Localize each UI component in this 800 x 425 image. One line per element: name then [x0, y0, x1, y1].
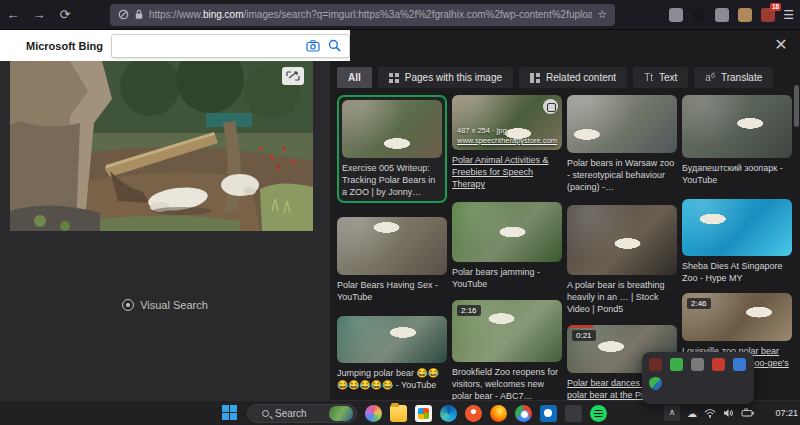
- security-shield-icon[interactable]: [649, 377, 662, 390]
- result-thumbnail[interactable]: 487 x 254 · jpgwww.speechtherapystore.co…: [452, 95, 562, 150]
- visual-search-camera-button[interactable]: [543, 99, 558, 114]
- tray-app-icon[interactable]: [712, 358, 725, 371]
- system-tray: ∧ ☁ 07:21: [664, 401, 800, 425]
- result-thumbnail[interactable]: [342, 100, 442, 158]
- taskbar-center: Search: [222, 401, 607, 425]
- taskbar-search[interactable]: Search: [247, 404, 357, 423]
- scrollbar-thumb[interactable]: [794, 85, 799, 127]
- result-thumbnail[interactable]: [452, 202, 562, 262]
- result-caption[interactable]: Polar bears in Warsaw zoo - stereotypica…: [567, 157, 677, 193]
- search-icon: [262, 410, 269, 417]
- tray-app-icon[interactable]: [691, 358, 704, 371]
- result-thumbnail[interactable]: [682, 199, 792, 256]
- taskbar-apps: [365, 405, 607, 422]
- battery-pen-icon[interactable]: [741, 408, 755, 418]
- chrome-icon[interactable]: [515, 405, 532, 422]
- edge-icon[interactable]: [440, 405, 457, 422]
- source-site[interactable]: www.speechtherapystore.com: [457, 136, 557, 146]
- result-caption[interactable]: Brookfield Zoo reopens for visitors, wel…: [452, 366, 562, 400]
- wifi-icon[interactable]: [704, 408, 716, 418]
- result-card: Jumping polar bear 😂😂😂😂😂😂😂 - YouTube: [337, 316, 447, 391]
- tab-label: Text: [659, 72, 677, 83]
- result-card: A polar bear is breathing heavily in an …: [567, 205, 677, 315]
- search-icon[interactable]: [328, 39, 341, 52]
- result-thumbnail[interactable]: [337, 217, 447, 275]
- result-thumbnail[interactable]: [567, 205, 677, 275]
- daily-image-icon: [329, 406, 353, 421]
- result-card: Polar Bears Having Sex - YouTube: [337, 217, 447, 303]
- result-caption[interactable]: Exercise 005 Writeup: Tracking Polar Bea…: [342, 162, 442, 198]
- tab-text[interactable]: TtText: [633, 67, 688, 88]
- visual-search-button[interactable]: Visual Search: [0, 299, 330, 311]
- bing-search-box[interactable]: [111, 34, 350, 58]
- scrollbar[interactable]: [794, 63, 799, 398]
- forward-button[interactable]: →: [26, 7, 52, 22]
- close-button[interactable]: ✕: [770, 34, 792, 56]
- tracking-protection-badge-icon[interactable]: [669, 8, 683, 22]
- reload-button[interactable]: ⟳: [52, 7, 78, 22]
- copilot-icon[interactable]: [365, 405, 382, 422]
- result-card: Polar bears in Warsaw zoo - stereotypica…: [567, 95, 677, 193]
- tab-translate[interactable]: aбTranslate: [694, 67, 773, 88]
- result-card: Polar bears jamming - YouTube: [452, 202, 562, 290]
- tab-all[interactable]: All: [337, 67, 372, 88]
- result-caption[interactable]: A polar bear is breathing heavily in an …: [567, 279, 677, 315]
- result-caption[interactable]: Polar Bears Having Sex - YouTube: [337, 279, 447, 303]
- result-caption[interactable]: Sheba Dies At Singapore Zoo - Hype MY: [682, 260, 792, 284]
- bookmark-star-icon[interactable]: ☆: [597, 8, 607, 21]
- result-caption[interactable]: Polar Animal Activities & Freebies for S…: [452, 154, 562, 190]
- image-crop-button[interactable]: [282, 67, 304, 85]
- addon-paw-icon[interactable]: [738, 8, 752, 22]
- back-button[interactable]: ←: [0, 7, 26, 22]
- microsoft-store-icon[interactable]: [415, 405, 432, 422]
- dark-app-icon[interactable]: [565, 405, 582, 422]
- spotify-icon[interactable]: [590, 405, 607, 422]
- taskbar-clock[interactable]: 07:21: [762, 408, 798, 418]
- visual-search-camera-icon[interactable]: [306, 40, 320, 52]
- pages-icon: [389, 73, 399, 83]
- result-thumbnail[interactable]: 2:16: [452, 300, 562, 362]
- tray-overflow-popup: [642, 352, 754, 404]
- onedrive-cloud-icon[interactable]: ☁: [687, 408, 697, 419]
- start-button[interactable]: [222, 405, 239, 422]
- file-explorer-icon[interactable]: [390, 405, 407, 422]
- results-panel: AllPages with this imageRelated contentT…: [330, 61, 800, 400]
- tray-app-icon[interactable]: [733, 358, 746, 371]
- query-image: [10, 61, 313, 231]
- result-thumbnail[interactable]: [682, 95, 792, 158]
- tray-app-icon[interactable]: [649, 358, 662, 371]
- bing-logo[interactable]: Microsoft Bing: [8, 39, 103, 52]
- result-card: 2:16Brookfield Zoo reopens for visitors,…: [452, 300, 562, 400]
- tab-related-content[interactable]: Related content: [519, 67, 627, 88]
- tracking-shield-icon[interactable]: [118, 9, 129, 20]
- tab-pages-with-this-image[interactable]: Pages with this image: [378, 67, 513, 88]
- result-thumbnail[interactable]: [567, 95, 677, 153]
- tab-label: Translate: [721, 72, 762, 83]
- outlook-icon[interactable]: [540, 405, 557, 422]
- tab-label: Pages with this image: [405, 72, 502, 83]
- brave-icon[interactable]: [465, 405, 482, 422]
- adblock-icon[interactable]: 18: [761, 8, 775, 22]
- result-card: Sheba Dies At Singapore Zoo - Hype MY: [682, 199, 792, 284]
- result-thumbnail[interactable]: 2:46: [682, 293, 792, 341]
- result-card: Exercise 005 Writeup: Tracking Polar Bea…: [337, 95, 447, 203]
- url-bar[interactable]: https://www.bing.com/images/search?q=img…: [110, 4, 615, 26]
- image-dimensions: 487 x 254 · jpg: [457, 126, 557, 136]
- image-meta-overlay: 487 x 254 · jpgwww.speechtherapystore.co…: [457, 126, 557, 146]
- tray-chevron-icon[interactable]: ∧: [664, 405, 680, 421]
- speaker-icon[interactable]: [723, 408, 734, 418]
- result-thumbnail[interactable]: [337, 316, 447, 363]
- menu-button[interactable]: ☰: [783, 8, 794, 22]
- account-icon[interactable]: [692, 8, 706, 22]
- tray-app-icon[interactable]: [670, 358, 683, 371]
- result-caption[interactable]: Polar bears jamming - YouTube: [452, 266, 562, 290]
- extension-puzzle-icon[interactable]: [715, 8, 729, 22]
- result-caption[interactable]: Будапештский зоопарк - YouTube: [682, 162, 792, 186]
- firefox-icon[interactable]: [490, 405, 507, 422]
- translate-icon: aб: [705, 72, 715, 83]
- bing-search-input[interactable]: [112, 40, 306, 52]
- tab-label: Related content: [546, 72, 616, 83]
- duration-badge: 2:16: [457, 305, 481, 316]
- result-caption[interactable]: Jumping polar bear 😂😂😂😂😂😂😂 - YouTube: [337, 367, 447, 391]
- duration-badge: 2:46: [687, 298, 711, 309]
